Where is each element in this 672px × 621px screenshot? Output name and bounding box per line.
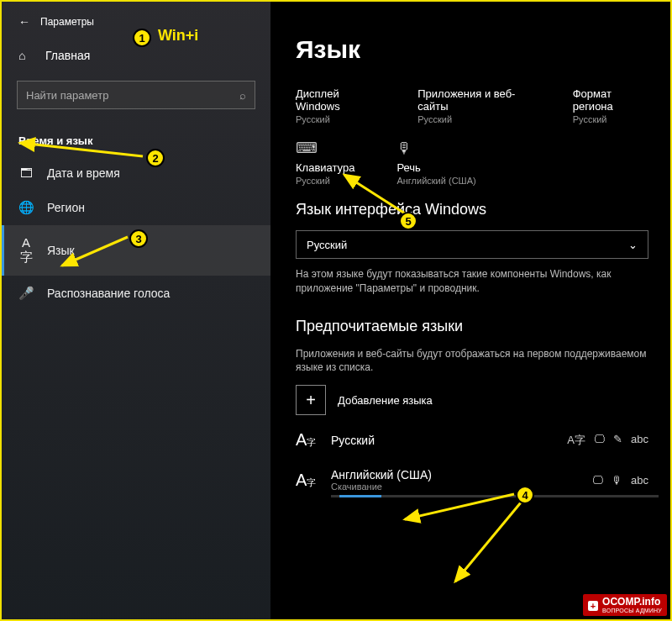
home-label: Главная — [45, 49, 90, 62]
tile-display-label: Дисплей Windows — [296, 87, 375, 113]
nav-language-label: Язык — [47, 244, 75, 257]
annotation-marker-1: 1 — [133, 29, 151, 47]
language-icon: A字 — [18, 235, 34, 266]
tile-apps-sub: Русский — [417, 114, 530, 124]
back-icon: ← — [18, 15, 30, 29]
page-title: Язык — [296, 35, 645, 64]
add-language-button[interactable]: + Добавление языка — [296, 385, 645, 415]
tile-display[interactable]: Дисплей Windows Русский — [296, 84, 375, 124]
microphone-icon: 🎤 — [18, 286, 34, 301]
calendar-icon: 🗔 — [18, 166, 34, 180]
progress-bar — [339, 495, 381, 497]
watermark: + OCOMP.info ВОПРОСЫ АДМИНУ — [583, 594, 667, 616]
annotation-marker-2: 2 — [146, 149, 165, 167]
nav-region-label: Регион — [47, 201, 85, 214]
tile-apps[interactable]: Приложения и веб-сайты Русский — [417, 84, 530, 124]
annotation-marker-3: 3 — [129, 229, 148, 248]
lang-entry-ru[interactable]: A字 Русский A字 🖵 ✎ abc — [296, 430, 648, 450]
download-progress — [331, 495, 659, 497]
home-icon: ⌂ — [18, 49, 34, 62]
globe-icon: 🌐 — [18, 200, 34, 215]
microphone-icon: 🎙 — [612, 474, 622, 487]
tile-keyboard-label: Клавиатура — [296, 161, 354, 174]
ui-lang-value: Русский — [307, 239, 347, 251]
ui-lang-dropdown[interactable]: Русский ⌄ — [296, 230, 648, 259]
annotation-marker-4: 4 — [516, 486, 534, 504]
display-icon: 🖵 — [594, 433, 605, 448]
search-icon: ⌕ — [239, 89, 246, 102]
settings-sidebar: ← Параметры ⌂ Главная Найти параметр ⌕ В… — [2, 2, 270, 619]
tile-keyboard[interactable]: ⌨ Клавиатура Русский — [296, 139, 354, 186]
lang-ru-capabilities: A字 🖵 ✎ abc — [567, 433, 648, 448]
ui-lang-help: На этом языке будут показываться такие к… — [296, 267, 648, 296]
pref-help: Приложения и веб-сайты будут отображатьс… — [296, 347, 648, 376]
tile-region-label: Формат региона — [573, 87, 645, 113]
plus-badge-icon: + — [588, 601, 598, 611]
plus-icon: + — [296, 385, 326, 415]
lang-en-status: Скачивание — [331, 482, 580, 492]
pref-heading: Предпочитаемые языки — [296, 318, 645, 335]
lang-en-name: Английский (США) — [331, 468, 580, 482]
settings-main: Язык Дисплей Windows Русский Приложения … — [270, 2, 670, 619]
chevron-down-icon: ⌄ — [628, 239, 638, 251]
handwriting-icon: ✎ — [613, 433, 622, 448]
window-title: Параметры — [40, 16, 94, 28]
tile-speech-sub: Английский (США) — [396, 176, 475, 186]
search-placeholder: Найти параметр — [26, 89, 239, 102]
tile-apps-label: Приложения и веб-сайты — [417, 87, 530, 113]
add-language-label: Добавление языка — [338, 394, 433, 407]
sidebar-item-region[interactable]: 🌐 Регион — [2, 190, 270, 225]
microphone-icon: 🎙 — [396, 139, 475, 156]
tile-keyboard-sub: Русский — [296, 176, 354, 186]
ui-lang-heading: Язык интерфейса Windows — [296, 201, 645, 218]
lang-ru-name: Русский — [331, 434, 555, 447]
spellcheck-icon: abc — [631, 474, 648, 487]
annotation-shortcut: Win+i — [158, 27, 198, 45]
nav-date-label: Дата и время — [47, 166, 120, 180]
tile-display-sub: Русский — [296, 114, 375, 124]
search-input[interactable]: Найти параметр ⌕ — [17, 81, 255, 109]
sidebar-item-date[interactable]: 🗔 Дата и время — [2, 155, 270, 190]
watermark-sub: ВОПРОСЫ АДМИНУ — [602, 608, 662, 614]
lang-entry-en[interactable]: A字 Английский (США) Скачивание 🖵 🎙 abc — [296, 468, 648, 492]
sidebar-item-speech[interactable]: 🎤 Распознавание голоса — [2, 276, 270, 311]
language-icon: A字 — [296, 430, 319, 450]
tile-speech-label: Речь — [396, 161, 475, 174]
display-icon: 🖵 — [592, 474, 603, 487]
text-to-speech-icon: A字 — [567, 433, 585, 448]
keyboard-icon: ⌨ — [296, 139, 354, 156]
nav-speech-label: Распознавание голоса — [47, 287, 170, 300]
lang-en-capabilities: 🖵 🎙 abc — [592, 474, 648, 487]
annotation-marker-5: 5 — [399, 212, 417, 230]
tile-speech[interactable]: 🎙 Речь Английский (США) — [396, 139, 475, 186]
tile-region-sub: Русский — [573, 114, 645, 124]
section-label: Время и язык — [2, 126, 270, 155]
tile-region[interactable]: Формат региона Русский — [573, 84, 645, 124]
watermark-top: OCOMP.info — [602, 597, 662, 608]
spellcheck-icon: abc — [631, 433, 648, 448]
language-icon: A字 — [296, 471, 319, 490]
